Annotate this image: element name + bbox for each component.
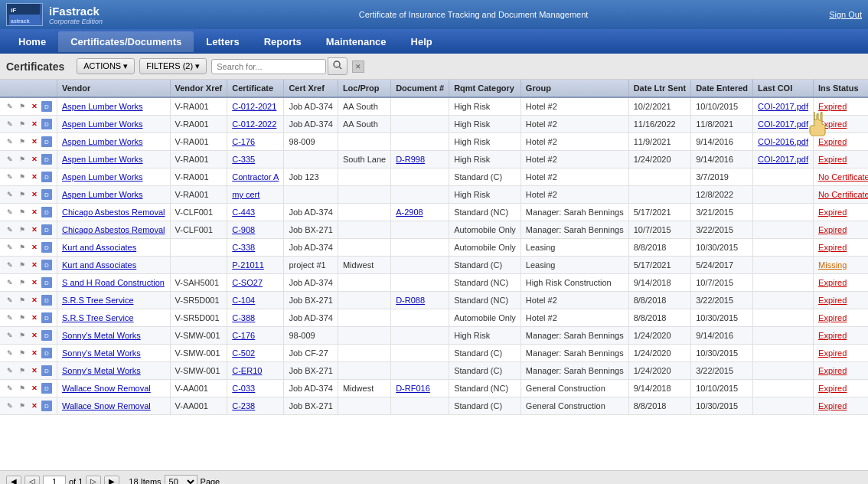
status-badge[interactable]: Expired [818, 278, 847, 287]
col-ins-status[interactable]: Ins Status [814, 80, 868, 97]
coi-link[interactable]: COI-2017.pdf [758, 102, 808, 111]
col-last-coi[interactable]: Last COI [753, 80, 814, 97]
certificate-cell[interactable]: C-238 [227, 397, 284, 415]
edit-icon[interactable]: ✎ [5, 207, 15, 217]
last-coi-cell[interactable] [753, 257, 814, 274]
nav-help[interactable]: Help [399, 31, 445, 52]
certificate-cell[interactable]: C-033 [227, 380, 284, 397]
certificate-cell[interactable]: C-335 [227, 151, 284, 168]
status-badge[interactable]: Expired [818, 313, 847, 322]
vendor-link[interactable]: Wallace Snow Removal [62, 401, 151, 410]
ins-status-cell[interactable]: Expired [814, 274, 868, 292]
ins-status-cell[interactable]: Expired [814, 97, 868, 116]
status-badge[interactable]: No Certificate [818, 172, 868, 182]
certificate-link[interactable]: C-033 [232, 384, 255, 393]
edit-icon[interactable]: ✎ [5, 101, 15, 112]
status-badge[interactable]: Expired [818, 225, 847, 234]
vendor-link[interactable]: Kurt and Associates [62, 260, 136, 270]
edit-icon[interactable]: ✎ [5, 277, 15, 288]
vendor-cell[interactable]: Kurt and Associates [57, 257, 171, 274]
last-coi-cell[interactable] [753, 239, 814, 257]
col-rqmt-category[interactable]: Rqmt Category [449, 80, 521, 97]
document-icon[interactable]: D [41, 295, 52, 306]
vendor-link[interactable]: Aspen Lumber Works [62, 155, 143, 164]
col-date-entered[interactable]: Date Entered [691, 80, 753, 97]
nav-certificates[interactable]: Certificates/Documents [58, 31, 194, 52]
delete-icon[interactable]: ✕ [29, 101, 40, 112]
ins-status-cell[interactable]: Expired [814, 362, 868, 380]
last-coi-cell[interactable]: COI-2017.pdf [753, 97, 814, 116]
certificate-link[interactable]: C-908 [232, 225, 255, 234]
status-badge[interactable]: Expired [818, 243, 847, 252]
certificate-cell[interactable]: C-443 [227, 204, 284, 221]
delete-icon[interactable]: ✕ [29, 330, 40, 341]
vendor-cell[interactable]: S and H Road Construction [57, 274, 171, 292]
document-cell[interactable] [391, 309, 449, 327]
last-coi-cell[interactable] [753, 186, 814, 204]
flag-icon[interactable]: ⚑ [17, 136, 28, 147]
delete-icon[interactable]: ✕ [29, 154, 40, 165]
certificate-cell[interactable]: C-388 [227, 309, 284, 327]
ins-status-cell[interactable]: Expired [814, 309, 868, 327]
flag-icon[interactable]: ⚑ [17, 383, 28, 394]
certificate-link[interactable]: C-388 [232, 313, 255, 322]
certificate-cell[interactable]: C-502 [227, 345, 284, 362]
flag-icon[interactable]: ⚑ [17, 119, 28, 129]
certificate-link[interactable]: C-502 [232, 348, 255, 358]
last-coi-cell[interactable] [753, 345, 814, 362]
status-badge[interactable]: Expired [818, 331, 847, 340]
vendor-cell[interactable]: Kurt and Associates [57, 239, 171, 257]
document-icon[interactable]: D [41, 260, 52, 270]
status-badge[interactable]: Expired [818, 137, 847, 146]
nav-letters[interactable]: Letters [194, 31, 251, 52]
status-badge[interactable]: Expired [818, 401, 847, 410]
page-next-button[interactable]: ▷ [86, 476, 101, 484]
certificate-cell[interactable]: C-338 [227, 239, 284, 257]
coi-link[interactable]: COI-2017.pdf [758, 119, 808, 129]
delete-icon[interactable]: ✕ [29, 119, 40, 129]
ins-status-cell[interactable]: Expired [814, 221, 868, 239]
vendor-cell[interactable]: Chicago Asbestos Removal [57, 204, 171, 221]
edit-icon[interactable]: ✎ [5, 172, 15, 182]
ins-status-cell[interactable]: No Certificate [814, 168, 868, 186]
edit-icon[interactable]: ✎ [5, 189, 15, 200]
document-icon[interactable]: D [41, 154, 52, 165]
last-coi-cell[interactable] [753, 204, 814, 221]
col-document[interactable]: Document # [391, 80, 449, 97]
vendor-link[interactable]: Wallace Snow Removal [62, 384, 151, 393]
document-icon[interactable]: D [41, 172, 52, 182]
certificate-link[interactable]: C-012-2021 [232, 102, 276, 111]
search-button[interactable] [328, 57, 348, 75]
delete-icon[interactable]: ✕ [29, 365, 40, 376]
edit-icon[interactable]: ✎ [5, 312, 15, 323]
last-coi-cell[interactable] [753, 292, 814, 309]
flag-icon[interactable]: ⚑ [17, 242, 28, 253]
document-icon[interactable]: D [41, 207, 52, 217]
vendor-cell[interactable]: Aspen Lumber Works [57, 168, 171, 186]
nav-reports[interactable]: Reports [252, 31, 314, 52]
edit-icon[interactable]: ✎ [5, 295, 15, 306]
vendor-link[interactable]: Chicago Asbestos Removal [62, 225, 165, 234]
status-badge[interactable]: No Certificate [818, 190, 868, 199]
document-cell[interactable]: D-RF016 [391, 380, 449, 397]
document-cell[interactable] [391, 257, 449, 274]
vendor-cell[interactable]: Aspen Lumber Works [57, 151, 171, 168]
vendor-link[interactable]: Sonny's Metal Works [62, 331, 141, 340]
status-badge[interactable]: Expired [818, 208, 847, 217]
vendor-link[interactable]: Aspen Lumber Works [62, 102, 143, 111]
delete-icon[interactable]: ✕ [29, 348, 40, 358]
document-icon[interactable]: D [41, 119, 52, 129]
edit-icon[interactable]: ✎ [5, 401, 15, 411]
ins-status-cell[interactable]: No Certificate [814, 186, 868, 204]
flag-icon[interactable]: ⚑ [17, 277, 28, 288]
actions-button[interactable]: ACTIONS ▾ [77, 58, 135, 74]
certificate-link[interactable]: C-SO27 [232, 278, 263, 287]
vendor-cell[interactable]: Aspen Lumber Works [57, 97, 171, 116]
delete-icon[interactable]: ✕ [29, 260, 40, 270]
document-icon[interactable]: D [41, 348, 52, 358]
document-cell[interactable] [391, 168, 449, 186]
col-date-ltr-sent[interactable]: Date Ltr Sent [628, 80, 690, 97]
vendor-link[interactable]: S.R.S Tree Service [62, 296, 134, 305]
flag-icon[interactable]: ⚑ [17, 207, 28, 217]
vendor-cell[interactable]: Chicago Asbestos Removal [57, 221, 171, 239]
